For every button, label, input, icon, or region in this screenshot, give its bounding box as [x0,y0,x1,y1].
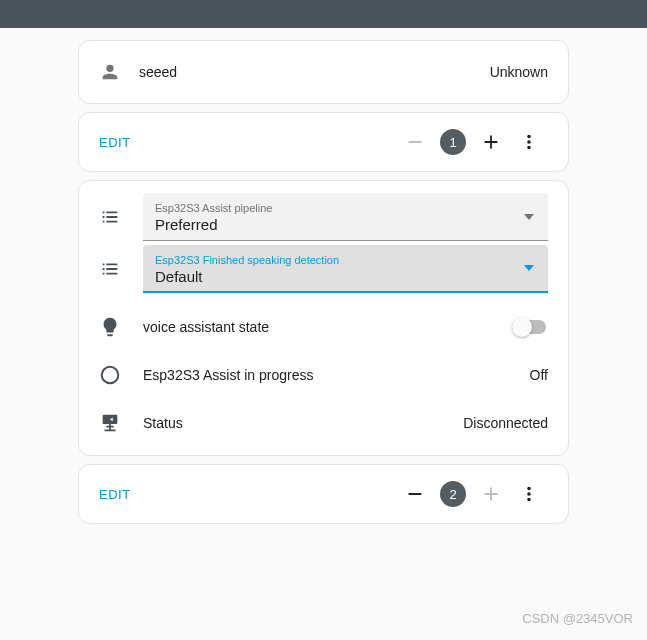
entity-value: Disconnected [463,415,548,431]
count-badge: 1 [440,129,466,155]
person-icon [99,61,139,83]
chevron-down-icon [524,265,534,271]
entities-card: Esp32S3 Assist pipeline Preferred Esp32S… [78,180,569,456]
svg-point-0 [102,367,119,384]
detection-select[interactable]: Esp32S3 Finished speaking detection Defa… [143,245,548,293]
chevron-down-icon [524,214,534,220]
lightbulb-icon [99,316,139,338]
entity-row-status: Status Disconnected [79,399,568,447]
plus-button[interactable] [472,123,510,161]
circle-outline-icon [99,364,139,386]
entity-value: Off [530,367,548,383]
select-label: Esp32S3 Finished speaking detection [155,254,536,266]
server-network-off-icon [99,412,139,434]
entity-label: voice assistant state [143,319,512,335]
select-row-pipeline: Esp32S3 Assist pipeline Preferred [79,193,568,241]
select-value: Default [155,268,536,285]
device-status: Unknown [490,64,548,80]
more-button[interactable] [510,123,548,161]
count-badge: 2 [440,481,466,507]
pipeline-select[interactable]: Esp32S3 Assist pipeline Preferred [143,193,548,241]
device-header-card: seeed Unknown [78,40,569,104]
edit-button[interactable]: EDIT [99,135,396,150]
entity-row-assist-progress: Esp32S3 Assist in progress Off [79,351,568,399]
toggle-thumb [512,317,532,337]
plus-button[interactable] [472,475,510,513]
top-bar [0,0,647,28]
main-container: seeed Unknown EDIT 1 Esp32S3 Assis [0,28,647,524]
edit-button[interactable]: EDIT [99,487,396,502]
action-bar-card-1: EDIT 1 [78,112,569,172]
list-icon [99,206,139,228]
voice-state-toggle[interactable] [512,317,548,337]
entity-label: Esp32S3 Assist in progress [143,367,530,383]
device-header-row: seeed Unknown [79,41,568,103]
minus-button[interactable] [396,123,434,161]
action-bar-2: EDIT 2 [79,465,568,523]
list-icon [99,258,139,280]
action-bar-1: EDIT 1 [79,113,568,171]
select-label: Esp32S3 Assist pipeline [155,202,536,214]
watermark: CSDN @2345VOR [522,611,633,626]
entity-label: Status [143,415,463,431]
device-name: seeed [139,64,490,80]
minus-button[interactable] [396,475,434,513]
select-row-detection: Esp32S3 Finished speaking detection Defa… [79,245,568,293]
entity-row-voice-state: voice assistant state [79,303,568,351]
action-bar-card-2: EDIT 2 [78,464,569,524]
select-value: Preferred [155,216,536,233]
more-button[interactable] [510,475,548,513]
